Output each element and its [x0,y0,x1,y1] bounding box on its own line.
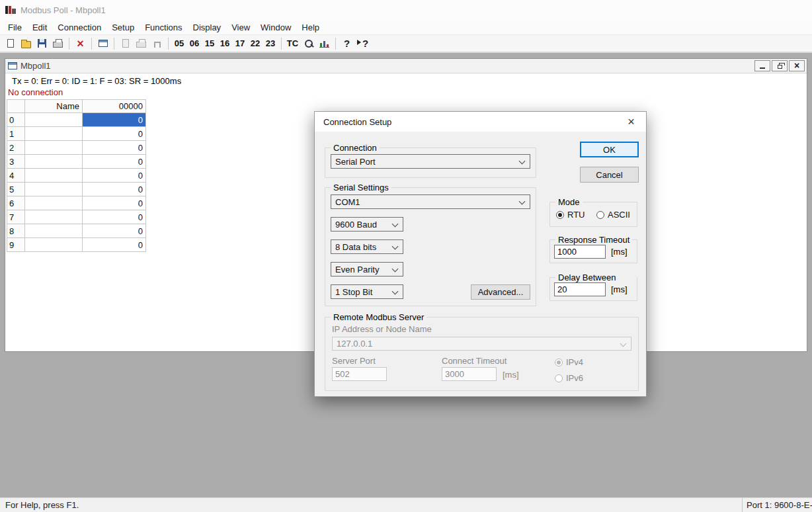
baud-rate-dropdown[interactable]: 9600 Baud [331,217,403,232]
rtu-radio[interactable]: RTU [556,210,585,220]
name-cell[interactable] [25,183,83,196]
row-number: 3 [7,155,25,169]
toolbar-separator [168,38,169,50]
value-cell[interactable]: 0 [83,141,146,155]
menu-window[interactable]: Window [255,21,296,34]
child-minimize-button[interactable] [754,60,770,71]
name-cell[interactable] [25,141,83,155]
test-center-button[interactable]: TC [285,36,300,52]
value-column-header[interactable]: 00000 [83,100,146,113]
dialog-close-button[interactable] [616,112,646,131]
delay-between-polls-input[interactable] [554,282,606,296]
menu-display[interactable]: Display [188,21,227,34]
ipv4-radio: IPv4 [555,357,583,367]
function-code-16-button[interactable]: 16 [218,36,232,52]
child-window-title: Mbpoll1 [20,61,753,71]
name-cell[interactable] [25,113,83,127]
cancel-button[interactable] [73,36,88,52]
row-number: 0 [7,113,25,127]
menu-view[interactable]: View [226,21,255,34]
print-preview-icon [136,42,146,48]
dialog-titlebar: Connection Setup [315,112,646,132]
child-restore-button[interactable] [772,60,788,71]
parity-dropdown[interactable]: Even Parity [331,262,403,277]
connection-type-dropdown[interactable]: Serial Port [331,154,530,169]
function-code-05-button[interactable]: 05 [172,36,186,52]
stop-icon [154,42,161,48]
function-code-15-button[interactable]: 15 [202,36,217,52]
ok-button[interactable]: OK [580,142,639,157]
function-code-17-button[interactable]: 17 [233,36,247,52]
name-cell[interactable] [25,169,83,183]
row-number: 4 [7,169,25,183]
poll-once-button[interactable] [118,36,133,52]
chevron-down-icon [392,288,399,295]
menu-file[interactable]: File [3,21,27,34]
stop-bits-dropdown[interactable]: 1 Stop Bit [331,284,403,299]
ascii-radio[interactable]: ASCII [596,210,630,220]
function-code-22-button[interactable]: 22 [248,36,263,52]
child-close-button[interactable] [789,60,805,71]
value-cell[interactable]: 0 [83,238,146,252]
value-cell-selected[interactable]: 0 [83,113,146,127]
value-cell[interactable]: 0 [83,224,146,238]
value-cell[interactable]: 0 [83,210,146,224]
communication-traffic-button[interactable] [301,36,316,52]
function-code-23-button[interactable]: 23 [263,36,278,52]
value-cell[interactable]: 0 [83,196,146,210]
radio-icon [596,211,604,219]
status-port-panel: Port 1: 9600-8-E-1 [742,498,812,512]
value-cell[interactable]: 0 [83,183,146,196]
menu-connection[interactable]: Connection [52,21,106,34]
connection-type-value: Serial Port [335,157,376,167]
save-button[interactable] [34,36,50,52]
remote-modbus-server-group: Remote Modbus Server IP Address or Node … [325,317,639,391]
name-cell[interactable] [25,155,83,169]
stop-button[interactable] [149,36,165,52]
menu-setup[interactable]: Setup [106,21,140,34]
data-bits-dropdown[interactable]: 8 Data bits [331,239,403,254]
response-timeout-input[interactable] [554,245,606,259]
status-help-text: For Help, press F1. [0,500,79,510]
value-cell[interactable]: 0 [83,155,146,169]
chart-button[interactable] [317,36,332,52]
menu-functions[interactable]: Functions [140,21,187,34]
app-icon [5,5,16,15]
name-column-header[interactable]: Name [25,100,83,113]
toolbar: 05 06 15 16 17 22 23 TC [0,34,812,53]
ip-address-label: IP Address or Node Name [332,324,432,334]
status-port-text: Port 1: 9600-8-E-1 [747,500,812,510]
chart-icon [319,39,329,48]
help-icon [344,38,350,49]
help-button[interactable] [339,36,354,52]
print-button[interactable] [50,36,65,52]
context-help-button[interactable] [355,36,370,52]
name-cell[interactable] [25,224,83,238]
new-file-icon [7,39,14,48]
row-number: 1 [7,127,25,141]
rtu-radio-label: RTU [567,210,585,220]
cancel-button[interactable]: Cancel [580,167,639,183]
name-cell[interactable] [25,127,83,141]
name-cell[interactable] [25,196,83,210]
name-cell[interactable] [25,210,83,224]
setup-window-button[interactable] [95,36,110,52]
print-icon [53,42,63,48]
table-row: 6 0 [7,196,146,210]
table-row: 9 0 [7,238,146,252]
menu-edit[interactable]: Edit [27,21,52,34]
print-preview-button[interactable] [134,36,149,52]
value-cell[interactable]: 0 [83,127,146,141]
value-cell[interactable]: 0 [83,169,146,183]
restore-icon [778,65,782,69]
com-port-dropdown[interactable]: COM1 [331,194,530,209]
menu-help[interactable]: Help [296,21,325,34]
function-code-06-button[interactable]: 06 [187,36,202,52]
open-button[interactable] [19,36,34,52]
name-cell[interactable] [25,238,83,252]
red-x-icon [77,38,84,50]
advanced-button[interactable]: Advanced... [471,284,530,300]
baud-rate-value: 9600 Baud [335,220,377,230]
new-button[interactable] [3,36,18,52]
response-timeout-label: Response Timeout [555,235,632,245]
